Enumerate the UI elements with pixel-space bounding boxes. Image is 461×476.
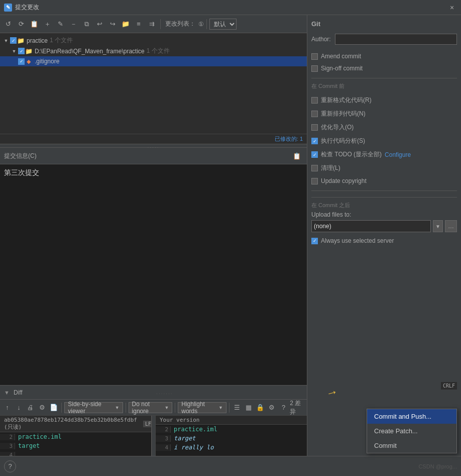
diff-left-num-1: 2 <box>0 434 15 440</box>
diff-sep-3 <box>175 403 175 413</box>
diff-title: Diff <box>14 389 23 396</box>
upload-more-btn[interactable]: … <box>445 220 457 232</box>
toolbar-btn-arrows[interactable]: ⇉ <box>146 18 158 30</box>
tree-meta-root: 1 个文件 <box>50 36 73 45</box>
sign-off-label[interactable]: Sign-off commit <box>321 65 363 72</box>
git-diamond-icon: ◆ <box>25 57 33 65</box>
toolbar-btn-edit[interactable]: ✎ <box>54 18 66 30</box>
list-value: ① <box>198 21 204 28</box>
analyze-label: 执行代码分析(S) <box>321 137 365 145</box>
ignore-arrow: ▼ <box>164 405 169 410</box>
highlight-label: Highlight words <box>181 401 217 415</box>
upload-arrow-btn[interactable]: ▼ <box>433 220 443 232</box>
close-button[interactable]: × <box>447 3 457 13</box>
diff-down-btn[interactable]: ↓ <box>14 402 24 414</box>
copyright-checkbox[interactable] <box>311 178 318 184</box>
after-commit-title: 在 Commit 之后 <box>311 197 457 211</box>
diff-right-line-1: 2 practice.iml <box>156 425 307 434</box>
toolbar-btn-update[interactable]: ⟳ <box>15 18 27 30</box>
diff-right-content-3: i really lo <box>171 444 307 451</box>
copyright-label[interactable]: Update copyright <box>321 177 367 184</box>
commit-copy-btn[interactable]: 📋 <box>291 150 303 162</box>
cleanup-checkbox[interactable] <box>311 165 318 171</box>
diff-expand-btn[interactable]: 📄 <box>48 402 59 414</box>
upload-select[interactable]: (none) <box>311 220 431 232</box>
dropdown-commit-push[interactable]: Commit and Push... <box>367 409 456 424</box>
resize-handle-1[interactable]: ..... <box>0 144 307 148</box>
analyze-row: 执行代码分析(S) <box>311 136 457 146</box>
diff-count: 2 差异 <box>290 400 305 416</box>
viewer-select[interactable]: Side-by-side viewer ▼ <box>64 402 123 413</box>
author-input[interactable] <box>335 34 457 45</box>
toolbar-btn-add[interactable]: ＋ <box>41 18 53 30</box>
tree-item-file[interactable]: ◆ .gitignore <box>0 56 307 66</box>
tree-item-root[interactable]: ▼ 📁 practice 1 个文件 <box>0 35 307 46</box>
toolbar-btn-redo[interactable]: ↪ <box>106 18 119 30</box>
amend-commit-label[interactable]: Amend commit <box>321 53 361 60</box>
left-panel: ↺ ⟳ 📋 ＋ ✎ － ⧉ ↩ ↪ 📁 ≡ ⇉ 更改列表： ① 默认 ▼ <box>0 15 307 476</box>
viewer-label: Side-by-side viewer <box>68 401 113 415</box>
sign-off-checkbox[interactable] <box>311 65 318 72</box>
amend-commit-checkbox[interactable] <box>311 53 318 60</box>
toolbar-separator-2 <box>206 19 207 29</box>
tree-item-folder[interactable]: ▼ 📁 D:\EPanRead\QF_Maven_frame\practice … <box>0 46 307 56</box>
bottom-bar: ? CSDN @prog... <box>0 456 461 476</box>
diff-print-btn[interactable]: 🖨 <box>25 402 36 414</box>
toolbar-btn-refresh[interactable]: ↺ <box>2 18 14 30</box>
diff-settings-btn[interactable]: ⚙ <box>37 402 47 414</box>
diff-right-num-2: 3 <box>156 435 171 442</box>
optimize-checkbox[interactable] <box>311 124 318 131</box>
dropdown-menu: Commit and Push... Create Patch... Commi… <box>367 409 457 453</box>
diff-right-content-1: practice.iml <box>171 426 307 433</box>
ignore-select[interactable]: Do not ignore ▼ <box>129 402 173 413</box>
list-label: 更改列表： <box>165 20 195 28</box>
toolbar-btn-list[interactable]: ≡ <box>133 18 145 30</box>
toolbar-separator-1 <box>160 19 161 29</box>
analyze-checkbox[interactable] <box>311 138 318 144</box>
configure-link[interactable]: Configure <box>385 151 411 158</box>
tree-checkbox-folder[interactable] <box>18 48 25 54</box>
diff-lines-btn[interactable]: ☰ <box>232 402 243 414</box>
rearrange-checkbox[interactable] <box>311 111 318 117</box>
always-use-server-label[interactable]: Always use selected server <box>321 237 394 244</box>
help-button[interactable]: ? <box>4 460 16 472</box>
dropdown-commit[interactable]: Commit <box>367 438 456 453</box>
toolbar-btn-diff[interactable]: ⧉ <box>80 18 92 30</box>
rearrange-row: 重新排列代码(N) <box>311 109 457 119</box>
always-use-server-checkbox[interactable] <box>311 238 318 244</box>
tree-checkbox-root[interactable] <box>10 37 17 44</box>
commit-message-input[interactable]: 第三次提交 <box>0 164 307 385</box>
tree-checkbox-file[interactable] <box>18 58 25 65</box>
commit-area: 提交信息(C) 📋 第三次提交 <box>0 148 307 385</box>
toolbar-btn-copy[interactable]: 📋 <box>28 18 40 30</box>
diff-help-btn[interactable]: ? <box>278 402 289 414</box>
file-tree[interactable]: ▼ 📁 practice 1 个文件 ▼ 📁 D:\EPanRead\QF_Ma… <box>0 33 307 134</box>
toolbar-btn-remove[interactable]: － <box>67 18 79 30</box>
toolbar-btn-undo[interactable]: ↩ <box>93 18 105 30</box>
todo-checkbox[interactable] <box>311 151 318 158</box>
title-bar-text: 提交更改 <box>15 3 447 12</box>
modified-count: 已修改的: 1 <box>0 134 307 144</box>
reformat-checkbox[interactable] <box>311 97 318 104</box>
viewer-arrow: ▼ <box>115 405 120 410</box>
diff-side-btn[interactable]: ▦ <box>244 402 254 414</box>
git-title: Git <box>311 19 457 31</box>
app-icon: ✎ <box>4 4 12 12</box>
diff-resize-dots[interactable]: ....... <box>27 390 303 395</box>
toolbar-btn-folder[interactable]: 📁 <box>120 18 132 30</box>
diff-gear-btn[interactable]: ⚙ <box>267 402 277 414</box>
diff-lock-btn[interactable]: 🔒 <box>255 402 266 414</box>
copyright-row: Update copyright <box>311 176 457 185</box>
rearrange-label: 重新排列代码(N) <box>321 110 366 118</box>
dropdown-create-patch[interactable]: Create Patch... <box>367 424 456 438</box>
todo-row: 检查 TODO (显示全部) Configure <box>311 149 457 160</box>
highlight-select[interactable]: Highlight words ▼ <box>178 402 226 413</box>
resize-dots-2: ....... <box>156 390 173 395</box>
diff-up-btn[interactable]: ↑ <box>2 402 13 414</box>
title-bar: ✎ 提交更改 × <box>0 0 461 15</box>
tree-arrow-root: ▼ <box>2 37 10 45</box>
default-select[interactable]: 默认 <box>209 19 237 30</box>
tree-label-root: practice <box>27 37 48 44</box>
tree-label-folder: D:\EPanRead\QF_Maven_frame\practice <box>35 48 145 55</box>
toolbar: ↺ ⟳ 📋 ＋ ✎ － ⧉ ↩ ↪ 📁 ≡ ⇉ 更改列表： ① 默认 <box>0 15 307 33</box>
